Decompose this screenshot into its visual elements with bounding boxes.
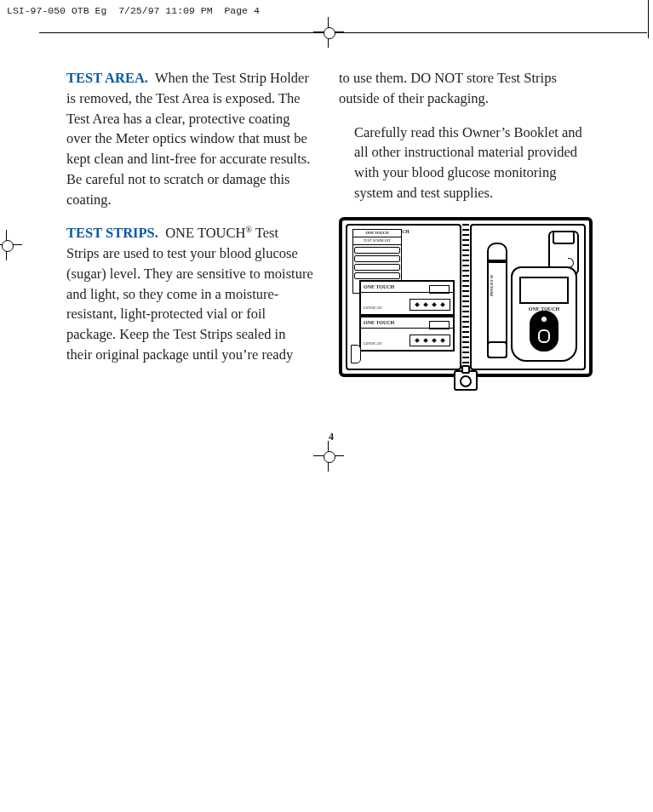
lede-test-strips: TEST STRIPS. xyxy=(66,225,158,241)
glucose-meter-icon: ONE TOUCH xyxy=(511,266,577,362)
crop-tick-right xyxy=(648,0,649,38)
kit-illustration: ONE TOUCH ONE TOUCH TEST SUMMARY ONE TOU… xyxy=(339,217,593,377)
crop-line-top xyxy=(39,32,647,33)
zipper-pull-icon xyxy=(454,370,478,391)
body-test-area: When the Test Strip Holder is removed, t… xyxy=(66,70,310,208)
kit-left-panel: ONE TOUCH ONE TOUCH TEST SUMMARY ONE TOU… xyxy=(346,224,461,370)
body-test-strips-post: Test Strips are used to test your blood … xyxy=(66,225,313,363)
column-right: to use them. DO NOT store Test Strips ou… xyxy=(339,68,593,379)
paragraph-read-booklet: Carefully read this Owner’s Booklet and … xyxy=(339,123,593,203)
print-slug: LSI-97-050 OTB Eg 7/25/97 11:09 PM Page … xyxy=(7,5,260,16)
stripbox-sub: LIFESCAN xyxy=(364,341,382,346)
zipper-spine-icon xyxy=(462,224,469,370)
pen-label: PENLET II xyxy=(489,275,506,296)
vial-edge-icon xyxy=(351,345,361,363)
test-strip-box-icon: ONE TOUCH LIFESCAN xyxy=(359,316,455,352)
slug-page: Page 4 xyxy=(224,5,259,16)
meter-screen xyxy=(519,277,569,304)
registration-mark-icon xyxy=(322,26,335,39)
lancing-device-icon: PENLET II xyxy=(487,243,507,358)
column-left: TEST AREA. When the Test Strip Holder is… xyxy=(66,68,313,379)
stripbox-sub: LIFESCAN xyxy=(364,306,382,311)
logbook-title: TEST SUMMARY xyxy=(353,237,401,245)
registered-mark-icon: ® xyxy=(245,225,252,234)
slug-timestamp: 7/25/97 11:09 PM xyxy=(118,5,212,16)
logbook-brand: ONE TOUCH xyxy=(353,230,401,237)
paragraph-continuation: to use them. DO NOT store Test Strips ou… xyxy=(339,68,593,109)
page-body: TEST AREA. When the Test Strip Holder is… xyxy=(66,68,593,379)
meter-power-button-icon xyxy=(530,311,558,352)
kit-right-panel: PENLET II ONE TOUCH xyxy=(470,224,586,370)
slug-job: LSI-97-050 OTB Eg xyxy=(7,5,106,16)
body-test-strips-pre: ONE TOUCH xyxy=(165,225,245,241)
page-number: 4 xyxy=(329,431,334,443)
lede-test-area: TEST AREA. xyxy=(66,70,148,86)
test-strip-box-icon: ONE TOUCH LIFESCAN xyxy=(359,280,455,316)
paragraph-test-area: TEST AREA. When the Test Strip Holder is… xyxy=(66,68,313,209)
paragraph-test-strips: TEST STRIPS. ONE TOUCH® Test Strips are … xyxy=(66,223,313,364)
registration-mark-icon xyxy=(0,238,14,252)
registration-mark-icon xyxy=(322,449,335,463)
